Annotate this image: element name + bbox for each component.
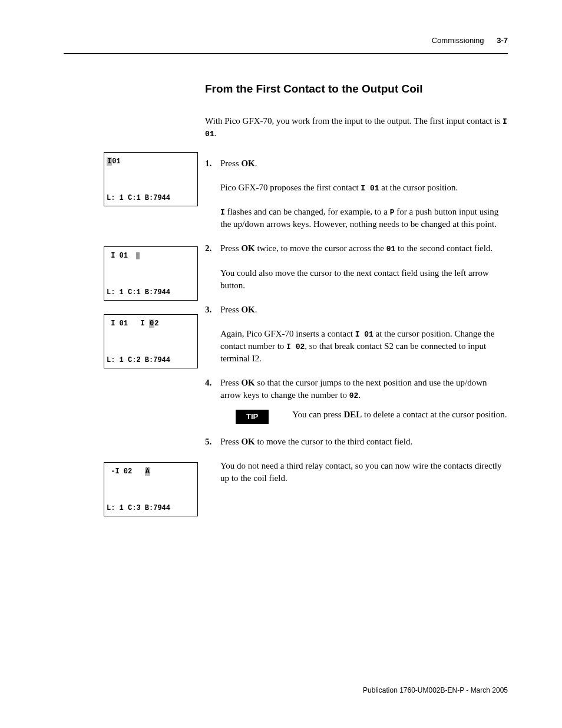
s4-lead-pre: Press [220, 378, 241, 387]
s2-lead-pre: Press [220, 243, 241, 253]
steps-list: Press OK. Pico GFX-70 proposes the first… [205, 157, 508, 485]
s1-p1-pre: Pico GFX-70 proposes the first contact [220, 183, 361, 192]
step-3: Press OK. Again, Pico GFX-70 inserts a c… [205, 304, 508, 365]
lcd-panel-3: I 01 I 02 L: 1 C:2 B:7944 [104, 314, 198, 368]
s3-lead-post: . [255, 305, 257, 314]
main-content: From the First Contact to the Output Coi… [205, 81, 508, 496]
s5-lead-pre: Press [220, 437, 241, 446]
s2-lead-mid: twice, to move the cursor across the [255, 243, 386, 253]
lcd-panel-2: I 01 L: 1 C:1 B:7944 [104, 246, 198, 301]
step-5: Press OK to move the cursor to the third… [205, 436, 508, 485]
s1-lead-bold: OK [241, 159, 254, 168]
s3-lead-bold: OK [241, 305, 254, 314]
section-heading: From the First Contact to the Output Coi… [205, 81, 508, 97]
footer-publication: Publication 1760-UM002B-EN-P - March 200… [363, 686, 508, 696]
lcd3-top-pre: I 01 I [107, 319, 149, 328]
s3-p1-code: I 01 [355, 330, 373, 339]
lcd4-highlight: Ä [145, 467, 150, 476]
lcd1-highlight: I [107, 157, 112, 166]
intro-pre: With Pico GFX-70, you work from the inpu… [205, 116, 503, 126]
s1-p2-a: flashes and can be changed, for example,… [225, 207, 390, 216]
s2-p1: You could also move the cursor to the ne… [220, 267, 508, 292]
lcd2-cursor [136, 252, 140, 259]
s3-p1-pre: Again, Pico GFX-70 inserts a contact [220, 329, 355, 338]
s4-lead-bold: OK [241, 378, 254, 387]
s2-lead-code: 01 [386, 245, 396, 253]
lcd4-status: L: 1 C:3 B:7944 [107, 504, 195, 512]
tip-post: to delete a contact at the cursor positi… [362, 410, 507, 419]
page-number: 3-7 [497, 36, 508, 45]
lcd1-top-post: 01 [112, 157, 120, 166]
tip-pre: You can press [292, 410, 343, 419]
intro-post: . [214, 129, 217, 138]
tip-badge: TIP [236, 410, 269, 424]
s1-p1: Pico GFX-70 proposes the first contact I… [220, 182, 508, 194]
chapter-name: Commissioning [432, 36, 484, 45]
s5-lead-post: to move the cursor to the third contact … [255, 437, 412, 446]
s1-p2-code2: P [390, 208, 395, 217]
s1-lead-pre: Press [220, 159, 241, 168]
s2-lead-bold: OK [241, 243, 254, 253]
s1-p2-code1: I [220, 208, 225, 217]
intro-paragraph: With Pico GFX-70, you work from the inpu… [205, 115, 508, 140]
step-4: Press OK so that the cursor jumps to the… [205, 377, 508, 424]
s1-p1-code: I 01 [361, 184, 379, 193]
lcd2-status: L: 1 C:1 B:7944 [107, 288, 195, 297]
step-1: Press OK. Pico GFX-70 proposes the first… [205, 157, 508, 230]
s2-lead-post: to the second contact field. [395, 243, 492, 253]
s4-lead-post: . [358, 390, 361, 400]
s3-lead-pre: Press [220, 305, 241, 314]
lcd-panel-4: -I 02 Ä L: 1 C:3 B:7944 [104, 462, 198, 516]
lcd3-status: L: 1 C:2 B:7944 [107, 356, 195, 364]
s1-lead-post: . [255, 159, 257, 168]
tip-text: You can press DEL to delete a contact at… [292, 409, 508, 421]
tip-bold: DEL [343, 410, 362, 419]
lcd2-top: I 01 [107, 252, 136, 260]
s1-p1-post: at the cursor position. [379, 183, 458, 192]
lcd3-top-post: 2 [154, 319, 158, 328]
lcd1-status: L: 1 C:1 B:7944 [107, 194, 195, 202]
step-2: Press OK twice, to move the cursor acros… [205, 242, 508, 291]
header-rule [64, 53, 508, 54]
lcd3-highlight: 0 [149, 319, 154, 328]
page-header: Commissioning 3-7 [432, 35, 508, 46]
s1-p2: I flashes and can be changed, for exampl… [220, 206, 508, 230]
lcd-panel-1: I 01 L: 1 C:1 B:7944 [104, 152, 198, 206]
tip-row: TIP You can press DEL to delete a contac… [236, 409, 508, 424]
s4-lead-code: 02 [349, 391, 359, 400]
lcd4-top-pre: -I 02 [107, 467, 145, 476]
s5-lead-bold: OK [241, 437, 254, 446]
s5-p1: You do not need a third relay contact, s… [220, 460, 508, 485]
s3-p1: Again, Pico GFX-70 inserts a contact I 0… [220, 328, 508, 365]
s3-p1-code2: I 02 [286, 342, 305, 351]
